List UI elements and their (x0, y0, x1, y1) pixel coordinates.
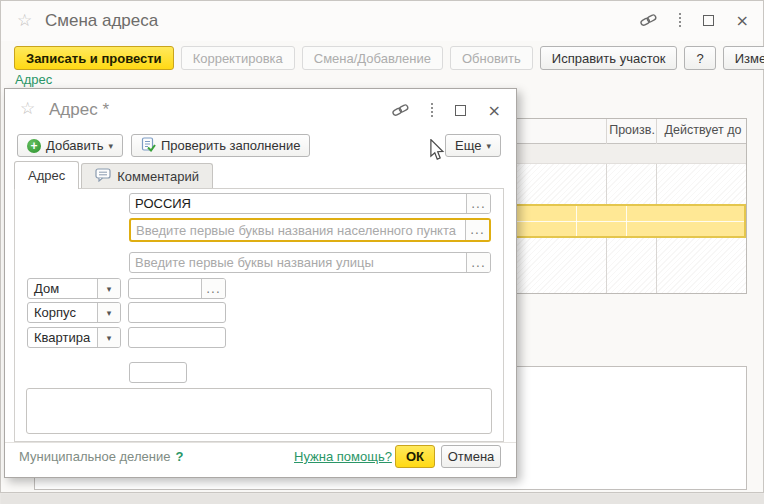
house-type-value: Дом (28, 279, 97, 298)
house-type-select[interactable]: Дом ▾ (27, 278, 121, 299)
add-button[interactable]: + Добавить ▾ (17, 134, 123, 157)
maximize-icon[interactable] (703, 15, 714, 26)
change-form-button[interactable]: Изменить форму... (723, 46, 764, 70)
building-number-input[interactable] (128, 302, 226, 323)
chevron-down-icon: ▾ (486, 141, 491, 151)
main-toolbar: Записать и провести Корректировка Смена/… (14, 46, 764, 70)
fix-section-button[interactable]: Исправить участок (540, 46, 678, 70)
chevron-down-icon: ▾ (108, 141, 113, 151)
dialog-favorite-star-icon[interactable]: ☆ (20, 100, 35, 117)
address-dialog: ☆ Адрес * × + Добавить ▾ (4, 88, 517, 478)
cancel-button[interactable]: Отмена (441, 445, 501, 468)
main-title-bar: ☆ Смена адреса × (1, 1, 763, 41)
column-header-valid-until[interactable]: Действует до (658, 123, 748, 137)
tab-address[interactable]: Адрес (14, 161, 79, 189)
more-menu-icon[interactable] (679, 13, 681, 27)
refresh-button: Обновить (450, 46, 533, 70)
apartment-type-select[interactable]: Квартира ▾ (27, 327, 121, 348)
address-presentation-textarea[interactable] (26, 388, 492, 434)
street-input[interactable] (130, 253, 466, 272)
municipal-help-icon[interactable]: ? (175, 449, 183, 464)
comment-bubble-icon (95, 168, 111, 185)
address-section-label[interactable]: Адрес (15, 72, 52, 87)
dialog-maximize-icon[interactable] (455, 105, 466, 116)
building-type-select[interactable]: Корпус ▾ (27, 302, 121, 323)
copy-link-icon[interactable] (640, 13, 657, 27)
add-button-label: Добавить (46, 138, 103, 153)
street-field[interactable]: ... (129, 252, 491, 273)
municipal-division-label: Муниципальное деление (19, 449, 170, 464)
apartment-type-value: Квартира (28, 328, 97, 347)
building-type-value: Корпус (28, 303, 97, 322)
main-window-title: Смена адреса (45, 11, 158, 31)
footer-divider (5, 442, 516, 443)
correction-button: Корректировка (181, 46, 295, 70)
house-number-input[interactable] (129, 279, 201, 298)
plus-icon: + (27, 139, 41, 153)
check-fill-button[interactable]: Проверить заполнение (131, 134, 310, 157)
save-and-post-button[interactable]: Записать и провести (14, 46, 174, 70)
need-help-link[interactable]: Нужна помощь? (294, 449, 392, 464)
help-button[interactable]: ? (684, 46, 715, 70)
tab-comment-label: Комментарий (117, 169, 199, 184)
municipal-division-link[interactable]: Муниципальное деление? (19, 449, 183, 464)
country-picker-button[interactable]: ... (466, 194, 490, 213)
street-picker-button[interactable]: ... (466, 253, 490, 272)
house-number-field[interactable]: ... (128, 278, 226, 299)
dialog-close-icon[interactable]: × (488, 105, 501, 116)
close-icon[interactable]: × (736, 15, 749, 26)
city-input[interactable] (131, 220, 465, 240)
more-button-label: Еще (455, 138, 481, 153)
country-field[interactable]: ... (129, 193, 491, 214)
check-fill-button-label: Проверить заполнение (161, 138, 300, 153)
window-bottom-strip (1, 494, 764, 504)
dialog-copy-link-icon[interactable] (392, 103, 409, 117)
country-input[interactable] (130, 194, 466, 213)
column-header-proizv[interactable]: Произв. (607, 123, 657, 137)
tab-comment[interactable]: Комментарий (81, 163, 213, 189)
city-field[interactable]: ... (129, 218, 491, 242)
ok-button[interactable]: ОК (395, 445, 435, 468)
chevron-down-icon: ▾ (97, 303, 120, 322)
dialog-more-menu-icon[interactable] (431, 103, 433, 117)
chevron-down-icon: ▾ (97, 279, 120, 298)
city-picker-button[interactable]: ... (465, 220, 489, 240)
tab-address-label: Адрес (28, 168, 65, 183)
dialog-tabs: Адрес Комментарий (14, 161, 213, 189)
dialog-toolbar: + Добавить ▾ Проверить заполнение (17, 134, 310, 157)
check-fill-icon (141, 137, 156, 155)
dialog-title: Адрес * (49, 100, 109, 120)
change-add-button: Смена/Добавление (302, 46, 443, 70)
more-button[interactable]: Еще ▾ (445, 134, 501, 157)
favorite-star-icon[interactable]: ☆ (17, 12, 32, 29)
postal-index-input[interactable] (129, 362, 187, 383)
apartment-number-input[interactable] (128, 327, 226, 348)
house-picker-button[interactable]: ... (201, 279, 225, 298)
chevron-down-icon: ▾ (97, 328, 120, 347)
